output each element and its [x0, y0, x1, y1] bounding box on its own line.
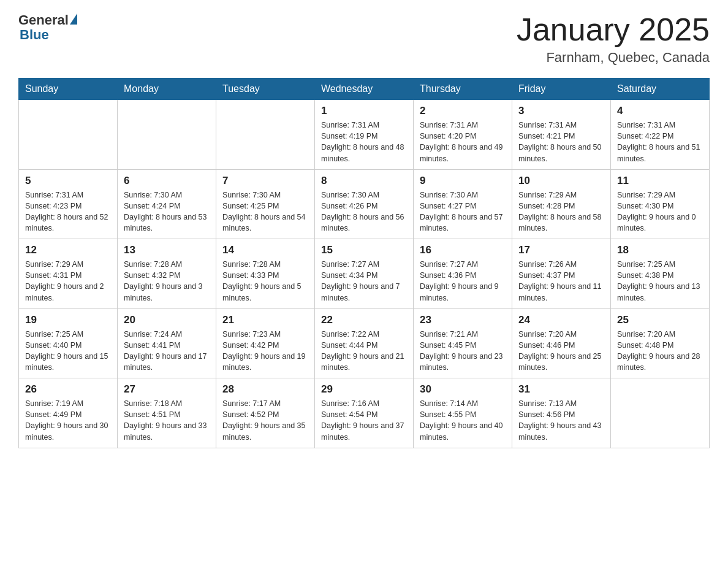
day-number: 9: [420, 175, 506, 187]
calendar-cell: 8Sunrise: 7:30 AM Sunset: 4:26 PM Daylig…: [315, 169, 414, 239]
calendar-title: January 2025: [517, 12, 710, 47]
calendar-cell: 6Sunrise: 7:30 AM Sunset: 4:24 PM Daylig…: [118, 169, 216, 239]
day-info: Sunrise: 7:27 AM Sunset: 4:34 PM Dayligh…: [321, 259, 407, 304]
calendar-subtitle: Farnham, Quebec, Canada: [517, 50, 710, 66]
calendar-header-row: SundayMondayTuesdayWednesdayThursdayFrid…: [19, 79, 710, 100]
calendar-week-row: 1Sunrise: 7:31 AM Sunset: 4:19 PM Daylig…: [19, 100, 710, 170]
day-number: 8: [321, 175, 407, 187]
day-info: Sunrise: 7:28 AM Sunset: 4:33 PM Dayligh…: [222, 259, 308, 304]
calendar-day-header: Sunday: [19, 79, 118, 100]
calendar-cell: 1Sunrise: 7:31 AM Sunset: 4:19 PM Daylig…: [315, 100, 414, 170]
calendar-cell: 21Sunrise: 7:23 AM Sunset: 4:42 PM Dayli…: [216, 308, 315, 378]
day-info: Sunrise: 7:18 AM Sunset: 4:51 PM Dayligh…: [124, 398, 210, 443]
day-number: 6: [124, 175, 210, 187]
day-number: 16: [420, 244, 506, 256]
logo-general-text: General: [18, 12, 69, 28]
calendar-cell: 2Sunrise: 7:31 AM Sunset: 4:20 PM Daylig…: [414, 100, 512, 170]
day-info: Sunrise: 7:27 AM Sunset: 4:36 PM Dayligh…: [420, 259, 506, 304]
logo-blue-text: Blue: [20, 27, 49, 43]
day-number: 29: [321, 383, 407, 396]
day-info: Sunrise: 7:29 AM Sunset: 4:31 PM Dayligh…: [25, 259, 111, 304]
calendar-cell: 30Sunrise: 7:14 AM Sunset: 4:55 PM Dayli…: [414, 378, 512, 448]
day-number: 20: [124, 314, 210, 326]
day-number: 13: [124, 244, 210, 256]
day-info: Sunrise: 7:21 AM Sunset: 4:45 PM Dayligh…: [420, 329, 506, 373]
day-info: Sunrise: 7:31 AM Sunset: 4:22 PM Dayligh…: [617, 120, 703, 164]
day-number: 25: [617, 314, 703, 326]
calendar-day-header: Tuesday: [216, 79, 315, 100]
calendar-day-header: Friday: [512, 79, 611, 100]
day-number: 28: [222, 383, 308, 396]
day-number: 10: [518, 175, 604, 187]
calendar-cell: 31Sunrise: 7:13 AM Sunset: 4:56 PM Dayli…: [512, 378, 611, 448]
calendar-day-header: Saturday: [611, 79, 710, 100]
day-number: 7: [222, 175, 308, 187]
calendar-cell: 18Sunrise: 7:25 AM Sunset: 4:38 PM Dayli…: [611, 239, 710, 309]
day-info: Sunrise: 7:14 AM Sunset: 4:55 PM Dayligh…: [420, 398, 506, 443]
calendar-cell: 20Sunrise: 7:24 AM Sunset: 4:41 PM Dayli…: [118, 308, 216, 378]
day-number: 30: [420, 383, 506, 396]
calendar-cell: 29Sunrise: 7:16 AM Sunset: 4:54 PM Dayli…: [315, 378, 414, 448]
calendar-cell: 17Sunrise: 7:26 AM Sunset: 4:37 PM Dayli…: [512, 239, 611, 309]
day-info: Sunrise: 7:31 AM Sunset: 4:21 PM Dayligh…: [518, 120, 604, 164]
day-number: 2: [420, 105, 506, 117]
day-info: Sunrise: 7:20 AM Sunset: 4:46 PM Dayligh…: [518, 329, 604, 373]
calendar-cell: 26Sunrise: 7:19 AM Sunset: 4:49 PM Dayli…: [19, 378, 118, 448]
calendar-cell: 23Sunrise: 7:21 AM Sunset: 4:45 PM Dayli…: [414, 308, 512, 378]
day-info: Sunrise: 7:20 AM Sunset: 4:48 PM Dayligh…: [617, 329, 703, 373]
logo: General Blue: [18, 12, 77, 43]
day-number: 1: [321, 105, 407, 117]
calendar-cell: 16Sunrise: 7:27 AM Sunset: 4:36 PM Dayli…: [414, 239, 512, 309]
calendar-cell: 28Sunrise: 7:17 AM Sunset: 4:52 PM Dayli…: [216, 378, 315, 448]
calendar-day-header: Monday: [118, 79, 216, 100]
day-number: 26: [25, 383, 111, 396]
day-info: Sunrise: 7:23 AM Sunset: 4:42 PM Dayligh…: [222, 329, 308, 373]
logo-triangle-icon: [70, 13, 77, 25]
calendar-cell: 5Sunrise: 7:31 AM Sunset: 4:23 PM Daylig…: [19, 169, 118, 239]
calendar-cell: 25Sunrise: 7:20 AM Sunset: 4:48 PM Dayli…: [611, 308, 710, 378]
day-number: 12: [25, 244, 111, 256]
day-number: 23: [420, 314, 506, 326]
calendar-cell: [216, 100, 315, 170]
day-number: 4: [617, 105, 703, 117]
day-info: Sunrise: 7:30 AM Sunset: 4:24 PM Dayligh…: [124, 190, 210, 234]
day-number: 24: [518, 314, 604, 326]
day-info: Sunrise: 7:17 AM Sunset: 4:52 PM Dayligh…: [222, 398, 308, 443]
day-number: 21: [222, 314, 308, 326]
calendar-cell: 7Sunrise: 7:30 AM Sunset: 4:25 PM Daylig…: [216, 169, 315, 239]
day-info: Sunrise: 7:26 AM Sunset: 4:37 PM Dayligh…: [518, 259, 604, 304]
day-info: Sunrise: 7:28 AM Sunset: 4:32 PM Dayligh…: [124, 259, 210, 304]
calendar-cell: 11Sunrise: 7:29 AM Sunset: 4:30 PM Dayli…: [611, 169, 710, 239]
day-info: Sunrise: 7:31 AM Sunset: 4:23 PM Dayligh…: [25, 190, 111, 234]
calendar-cell: 27Sunrise: 7:18 AM Sunset: 4:51 PM Dayli…: [118, 378, 216, 448]
calendar-week-row: 5Sunrise: 7:31 AM Sunset: 4:23 PM Daylig…: [19, 169, 710, 239]
calendar-cell: 22Sunrise: 7:22 AM Sunset: 4:44 PM Dayli…: [315, 308, 414, 378]
day-info: Sunrise: 7:16 AM Sunset: 4:54 PM Dayligh…: [321, 398, 407, 443]
day-number: 5: [25, 175, 111, 187]
page-header: General Blue January 2025 Farnham, Quebe…: [18, 12, 710, 66]
calendar-cell: [19, 100, 118, 170]
calendar-day-header: Thursday: [414, 79, 512, 100]
day-number: 31: [518, 383, 604, 396]
calendar-cell: 4Sunrise: 7:31 AM Sunset: 4:22 PM Daylig…: [611, 100, 710, 170]
day-number: 19: [25, 314, 111, 326]
day-info: Sunrise: 7:29 AM Sunset: 4:28 PM Dayligh…: [518, 190, 604, 234]
day-number: 17: [518, 244, 604, 256]
calendar-cell: 3Sunrise: 7:31 AM Sunset: 4:21 PM Daylig…: [512, 100, 611, 170]
calendar-cell: 14Sunrise: 7:28 AM Sunset: 4:33 PM Dayli…: [216, 239, 315, 309]
calendar-cell: 24Sunrise: 7:20 AM Sunset: 4:46 PM Dayli…: [512, 308, 611, 378]
calendar-week-row: 26Sunrise: 7:19 AM Sunset: 4:49 PM Dayli…: [19, 378, 710, 448]
calendar-day-header: Wednesday: [315, 79, 414, 100]
day-info: Sunrise: 7:22 AM Sunset: 4:44 PM Dayligh…: [321, 329, 407, 373]
title-area: January 2025 Farnham, Quebec, Canada: [517, 12, 710, 66]
day-number: 14: [222, 244, 308, 256]
day-number: 22: [321, 314, 407, 326]
day-info: Sunrise: 7:30 AM Sunset: 4:26 PM Dayligh…: [321, 190, 407, 234]
day-info: Sunrise: 7:31 AM Sunset: 4:20 PM Dayligh…: [420, 120, 506, 164]
day-info: Sunrise: 7:13 AM Sunset: 4:56 PM Dayligh…: [518, 398, 604, 443]
day-info: Sunrise: 7:25 AM Sunset: 4:38 PM Dayligh…: [617, 259, 703, 304]
calendar-cell: 12Sunrise: 7:29 AM Sunset: 4:31 PM Dayli…: [19, 239, 118, 309]
calendar-cell: [611, 378, 710, 448]
day-number: 15: [321, 244, 407, 256]
day-info: Sunrise: 7:19 AM Sunset: 4:49 PM Dayligh…: [25, 398, 111, 443]
